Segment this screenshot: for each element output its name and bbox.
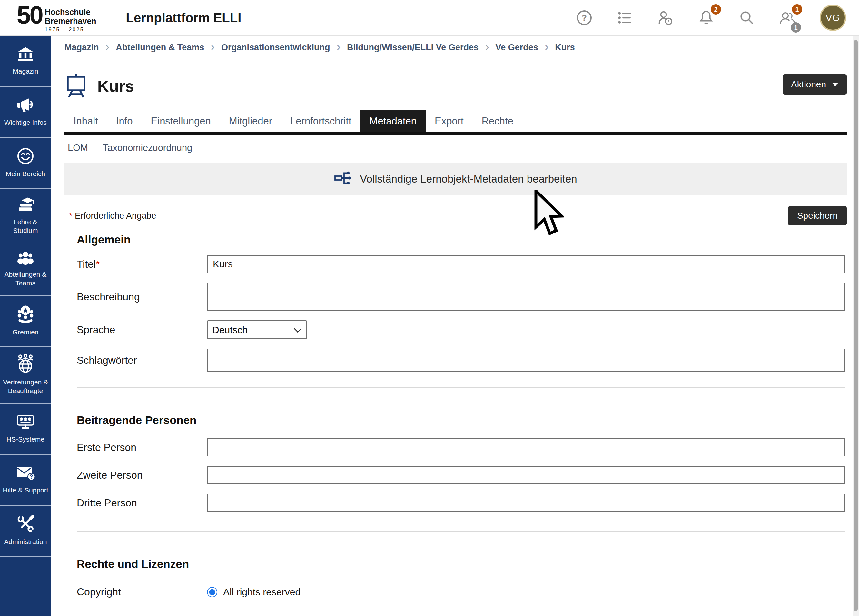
main-area: Magazin › Abteilungen & Teams › Organisa… xyxy=(51,36,859,616)
titel-input[interactable] xyxy=(207,255,845,273)
subtab-bar: LOM Taxonomiezuordnung xyxy=(64,142,847,153)
titel-label: Titel* xyxy=(77,258,207,270)
scrollbar-thumb[interactable] xyxy=(854,40,858,611)
section-heading-rechte-lizenzen: Rechte und Lizenzen xyxy=(77,558,845,571)
sidebar-item-label: Administration xyxy=(4,537,47,546)
committee-icon xyxy=(16,305,35,323)
breadcrumb-abteilungen-teams[interactable]: Abteilungen & Teams xyxy=(116,42,204,53)
all-rights-reserved-radio[interactable] xyxy=(207,587,217,597)
copyright-radio-group: All rights reserved xyxy=(207,587,845,597)
help-icon[interactable]: ? xyxy=(576,9,593,26)
tab-metadaten[interactable]: Metadaten xyxy=(361,110,426,132)
edit-full-metadata-bar[interactable]: Vollständige Lernobjekt-Metadaten bearbe… xyxy=(64,163,847,195)
caret-down-icon xyxy=(832,83,839,86)
tab-einstellungen[interactable]: Einstellungen xyxy=(142,110,220,132)
tools-icon xyxy=(16,515,34,533)
books-gradcap-icon xyxy=(16,196,34,213)
main-sidebar: Magazin Wichtige Infos Mein Bereich xyxy=(0,36,51,616)
form-row-dritte-person: Dritte Person xyxy=(77,494,845,512)
breadcrumb-kurs[interactable]: Kurs xyxy=(555,42,575,53)
sidebar-item-abteilungen-teams[interactable]: Abteilungen & Teams xyxy=(0,244,51,296)
sprache-select[interactable]: Deutsch xyxy=(207,320,307,339)
chevron-right-icon: › xyxy=(545,41,549,53)
metadata-form: Allgemein Titel* Beschreibung Sprache De… xyxy=(64,233,847,598)
logo-years: 1975 – 2025 xyxy=(45,27,97,33)
page-title: Kurs xyxy=(97,77,134,96)
actions-button[interactable]: Aktionen xyxy=(782,74,847,95)
tab-inhalt[interactable]: Inhalt xyxy=(64,110,107,132)
sidebar-item-hilfe-support[interactable]: ? Hilfe & Support xyxy=(0,455,51,506)
sidebar-item-label: Wichtige Infos xyxy=(4,118,47,127)
required-note: * Erforderliche Angabe xyxy=(69,211,156,221)
dritte-person-input[interactable] xyxy=(207,494,845,512)
subtab-taxonomiezuordnung[interactable]: Taxonomiezuordnung xyxy=(103,142,192,153)
mail-question-icon: ? xyxy=(16,464,35,481)
hochschule-bremerhaven-logo[interactable]: 50 Hochschule Bremerhaven 1975 – 2025 xyxy=(17,3,97,33)
sidebar-item-magazin[interactable]: Magazin xyxy=(0,36,51,87)
copyright-label: Copyright xyxy=(77,586,207,598)
tab-rechte[interactable]: Rechte xyxy=(473,110,522,132)
app-title: Lernplattform ELLI xyxy=(126,11,242,25)
sidebar-item-gremien[interactable]: Gremien xyxy=(0,296,51,347)
page-scrollbar xyxy=(853,36,859,616)
form-row-titel: Titel* xyxy=(77,255,845,273)
notifications-bell-icon[interactable]: 2 xyxy=(698,9,715,26)
erste-person-input[interactable] xyxy=(207,438,845,457)
tab-info[interactable]: Info xyxy=(107,110,142,132)
globe-people-icon xyxy=(16,354,35,373)
sidebar-item-administration[interactable]: Administration xyxy=(0,506,51,557)
zweite-person-input[interactable] xyxy=(207,466,845,484)
form-row-zweite-person: Zweite Person xyxy=(77,466,845,484)
tab-mitglieder[interactable]: Mitglieder xyxy=(220,110,281,132)
avatar[interactable]: VG xyxy=(820,5,846,31)
beschreibung-label: Beschreibung xyxy=(77,291,207,303)
logo-line2: Bremerhaven xyxy=(45,16,97,25)
logo-number: 50 xyxy=(17,3,42,27)
sidebar-item-wichtige-infos[interactable]: Wichtige Infos xyxy=(0,87,51,138)
agenda-list-icon[interactable] xyxy=(617,9,633,26)
monitor-password-icon xyxy=(16,413,35,430)
schlagwoerter-label: Schlagwörter xyxy=(77,355,207,366)
form-row-erste-person: Erste Person xyxy=(77,438,845,457)
breadcrumb-magazin[interactable]: Magazin xyxy=(64,42,99,53)
erste-person-label: Erste Person xyxy=(77,441,207,453)
who-is-online-icon[interactable] xyxy=(657,9,674,26)
contacts-secondary-badge: 1 xyxy=(791,22,801,33)
breadcrumb-organisationsentwicklung[interactable]: Organisationsentwicklung xyxy=(221,42,330,53)
beschreibung-textarea[interactable] xyxy=(207,283,845,311)
form-action-row: * Erforderliche Angabe Speichern xyxy=(64,206,847,225)
tab-bar: Inhalt Info Einstellungen Mitglieder Ler… xyxy=(64,110,847,136)
sidebar-item-mein-bereich[interactable]: Mein Bereich xyxy=(0,138,51,189)
sidebar-item-vertretungen[interactable]: Vertretungen & Beauftragte xyxy=(0,347,51,404)
svg-text:?: ? xyxy=(30,474,33,480)
smiley-icon xyxy=(17,147,34,165)
tab-export[interactable]: Export xyxy=(426,110,473,132)
form-row-beschreibung: Beschreibung xyxy=(77,283,845,311)
schlagwoerter-input[interactable] xyxy=(207,349,845,372)
sprache-label: Sprache xyxy=(77,324,207,336)
sidebar-item-label: Abteilungen & Teams xyxy=(1,270,50,288)
logo-line1: Hochschule xyxy=(45,8,97,16)
metadata-tree-icon xyxy=(334,170,351,188)
sprache-select-wrapper: Deutsch xyxy=(207,320,307,339)
chevron-right-icon: › xyxy=(105,41,109,53)
app-header: 50 Hochschule Bremerhaven 1975 – 2025 Le… xyxy=(0,0,859,36)
form-row-sprache: Sprache Deutsch xyxy=(77,320,845,339)
sidebar-item-hs-systeme[interactable]: HS-Systeme xyxy=(0,404,51,455)
save-button[interactable]: Speichern xyxy=(788,206,847,225)
contacts-icon[interactable]: 1 1 xyxy=(779,9,796,26)
search-icon[interactable] xyxy=(739,9,755,26)
breadcrumb-ve-gerdes[interactable]: Ve Gerdes xyxy=(496,42,538,53)
contacts-badge: 1 xyxy=(792,4,802,14)
section-divider xyxy=(77,387,845,388)
dritte-person-label: Dritte Person xyxy=(77,497,207,509)
required-asterisk: * xyxy=(96,258,100,270)
sidebar-item-label: Mein Bereich xyxy=(6,169,45,178)
subtab-lom[interactable]: LOM xyxy=(68,142,88,153)
tab-lernfortschritt[interactable]: Lernfortschritt xyxy=(281,110,361,132)
section-divider xyxy=(77,531,845,532)
sidebar-item-label: Gremien xyxy=(12,328,39,336)
sidebar-item-lehre-studium[interactable]: Lehre & Studium xyxy=(0,189,51,244)
breadcrumb-bildung-wissen[interactable]: Bildung/Wissen/ELLI Ve Gerdes xyxy=(347,42,478,53)
megaphone-icon xyxy=(17,97,34,114)
